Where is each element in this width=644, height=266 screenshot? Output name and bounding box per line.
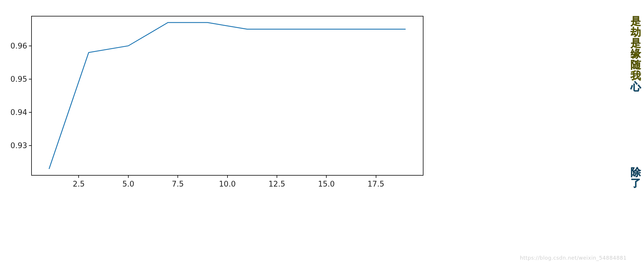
x-tick-label: 17.5 [368,180,384,188]
y-tick-label: 0.94 [5,108,27,117]
x-tick-label: 10.0 [219,180,236,188]
watermark-char: 了 [630,178,642,189]
y-tick-label: 0.95 [5,75,27,83]
watermark-char: 随 [630,59,642,70]
x-tick-label: 5.0 [122,180,134,188]
watermark-char: 缘 [630,49,642,59]
chart-line [49,23,406,169]
x-tick-label: 7.5 [172,180,184,188]
x-tick-mark [277,176,277,178]
y-tick-label: 0.96 [5,42,27,50]
chart-line-svg [0,0,426,178]
watermark-char: 是 [630,38,642,49]
watermark-char: 是 [630,16,642,27]
watermark-char: 除 [630,167,642,178]
y-tick-label: 0.93 [5,141,27,150]
x-tick-label: 12.5 [269,180,285,188]
watermark-cn-top: 是劫是缘随我心 [630,16,642,92]
x-tick-mark [128,176,129,178]
watermark-char: 心 [630,81,642,92]
y-tick-mark [29,145,31,146]
y-tick-mark [29,46,31,46]
x-tick-mark [376,176,376,178]
x-tick-mark [177,176,178,178]
y-tick-mark [29,79,31,79]
x-tick-mark [227,176,228,178]
x-tick-label: 15.0 [318,180,335,188]
x-tick-mark [326,176,327,178]
x-tick-label: 2.5 [73,180,85,188]
watermark-cn-bottom: 除了 [630,167,642,189]
watermark-char: 劫 [630,27,642,38]
watermark-url: https://blog.csdn.net/weixin_54884881 [520,255,627,261]
x-tick-mark [78,176,79,178]
watermark-char: 我 [630,70,642,81]
y-tick-mark [29,112,31,113]
